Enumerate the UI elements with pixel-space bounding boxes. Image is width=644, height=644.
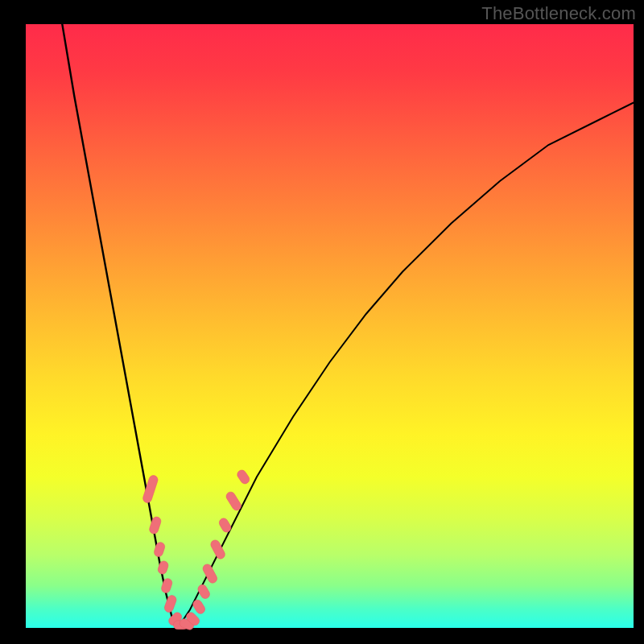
marker-15 xyxy=(225,490,243,512)
svg-rect-11 xyxy=(196,583,212,600)
chart-svg xyxy=(0,0,644,644)
svg-rect-16 xyxy=(236,469,251,485)
svg-rect-2 xyxy=(153,541,166,558)
marker-16 xyxy=(236,469,251,485)
svg-rect-15 xyxy=(225,490,243,512)
marker-layer xyxy=(142,469,251,631)
curve-curve-left xyxy=(62,24,178,628)
marker-2 xyxy=(153,541,166,558)
curve-curve-right xyxy=(178,103,634,629)
curve-layer xyxy=(62,24,634,628)
marker-1 xyxy=(148,516,162,535)
svg-rect-5 xyxy=(163,594,178,613)
svg-rect-1 xyxy=(148,516,162,535)
marker-5 xyxy=(163,594,178,613)
marker-11 xyxy=(196,583,212,600)
